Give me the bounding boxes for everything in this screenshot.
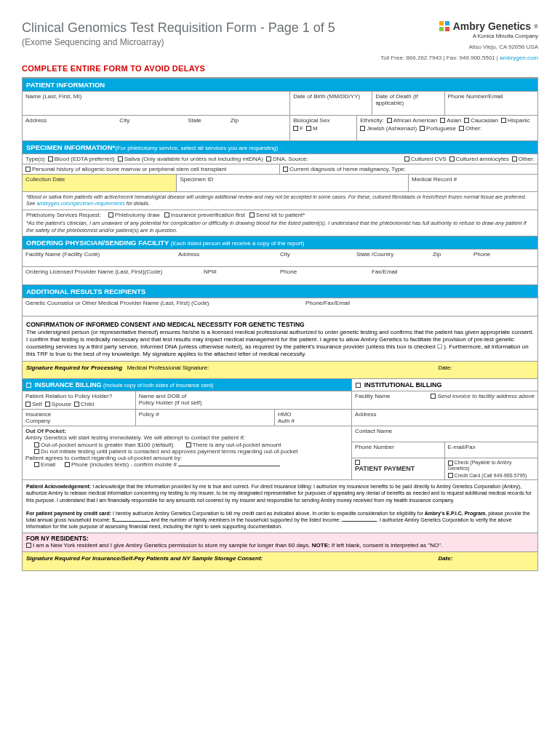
specimen-fineprint: *Blood or saliva from patients with acti… bbox=[23, 191, 537, 210]
checkbox-oop-c[interactable] bbox=[34, 449, 39, 454]
checkbox-history[interactable] bbox=[25, 167, 31, 172]
label-name: Name (Last, First, MI) bbox=[25, 93, 287, 100]
label-provider-phone: Phone bbox=[280, 268, 372, 275]
consent-block: CONFIRMATION OF INFORMED CONSENT AND MED… bbox=[23, 316, 537, 361]
company-contact: Toll Free: 866.262.7943 | Fax: 949.900.5… bbox=[380, 55, 538, 61]
sig-required-label: Signature Required for Processing bbox=[26, 364, 122, 371]
opt-rel-1: Spouse bbox=[52, 401, 71, 407]
checkbox-cvs[interactable] bbox=[404, 156, 409, 162]
section-ordering: ORDERING PHYSICIAN/SENDING FACILITY (Eac… bbox=[23, 236, 537, 249]
checkbox-eth-2[interactable] bbox=[464, 118, 469, 123]
requisition-form: PATIENT INFORMATION Name (Last, First, M… bbox=[22, 77, 538, 571]
institutional-billing-title: INSTITUTIONAL BILLING bbox=[364, 381, 442, 389]
label-facility-zip: Zip bbox=[433, 251, 473, 258]
label-oop-intro: Ambry Genetics will start testing immedi… bbox=[25, 434, 348, 441]
checkbox-oop-email[interactable] bbox=[34, 462, 39, 467]
label-specimen-id: Specimen ID bbox=[180, 176, 405, 183]
label-facility-addr: Address bbox=[178, 251, 280, 258]
checkbox-heme[interactable] bbox=[283, 167, 288, 172]
opt-eth-4: Jewish (Ashkenazi) bbox=[367, 125, 417, 132]
label-bill-address: Address bbox=[355, 411, 535, 418]
label-zip: Zip bbox=[231, 117, 239, 124]
label-mrn: Medical Record # bbox=[412, 176, 535, 183]
checkbox-amnio[interactable] bbox=[449, 156, 455, 162]
label-city: City bbox=[119, 117, 129, 124]
checkbox-other[interactable] bbox=[512, 156, 517, 162]
section-patient-info: PATIENT INFORMATION bbox=[23, 78, 537, 91]
consent-body: The undersigned person (or representativ… bbox=[26, 329, 534, 358]
section-additional: ADDITIONAL RESULTS RECIPIENTS bbox=[23, 284, 537, 298]
checkbox-send-invoice[interactable] bbox=[431, 394, 436, 399]
checkbox-eth-1[interactable] bbox=[440, 118, 445, 123]
label-npi: NPI# bbox=[204, 268, 280, 275]
sig-medical-label: Medical Professional Signature: bbox=[127, 364, 209, 371]
checkbox-blood[interactable] bbox=[48, 156, 53, 162]
label-holder: Name and DOB of bbox=[139, 393, 348, 399]
company-site-link[interactable]: ambrygen.com bbox=[500, 55, 538, 61]
form-warning: COMPLETE ENTIRE FORM TO AVOID DELAYS bbox=[22, 64, 205, 73]
opt-send-invoice: Send invoice to facility address above bbox=[437, 393, 535, 399]
opt-eth-0: African American bbox=[393, 117, 437, 124]
checkbox-sex-f[interactable] bbox=[293, 126, 298, 131]
label-state: State bbox=[188, 117, 201, 124]
opt-check: Check (Payable to Ambry Genetics) bbox=[448, 460, 512, 471]
checkbox-phleb-1[interactable] bbox=[164, 212, 169, 218]
checkbox-dna[interactable] bbox=[266, 156, 271, 162]
opt-cvs: Cultured CVS bbox=[411, 156, 447, 162]
field-income[interactable] bbox=[115, 521, 150, 522]
field-family[interactable] bbox=[342, 521, 377, 522]
label-ethnicity: Ethnicity: bbox=[360, 117, 383, 124]
label-insurance-co2: Company bbox=[25, 418, 132, 424]
checkbox-eth-0[interactable] bbox=[387, 118, 392, 123]
label-relation: Patient Relation to Policy Holder? bbox=[25, 393, 132, 399]
checkbox-check[interactable] bbox=[448, 461, 453, 466]
checkbox-oop-a[interactable] bbox=[34, 442, 39, 447]
label-facility-name: Facility Name (Facility Code) bbox=[25, 251, 178, 258]
checkbox-eth-3[interactable] bbox=[501, 118, 506, 123]
checkbox-insurance-billing[interactable] bbox=[26, 383, 31, 388]
company-name: Ambry Genetics bbox=[453, 20, 531, 32]
checkbox-phleb-2[interactable] bbox=[249, 212, 255, 218]
opt-phleb-0: Phlebotomy draw bbox=[115, 212, 160, 218]
checkbox-patient-payment[interactable] bbox=[355, 460, 360, 465]
opt-oop-c: Do not initiate testing until patient is… bbox=[41, 448, 298, 455]
specimen-link[interactable]: ambrygen.com/specimen-requirements bbox=[36, 201, 124, 206]
label-sex-f: F bbox=[300, 125, 303, 132]
checkbox-ny[interactable] bbox=[26, 543, 31, 548]
opt-eth-5: Portuguese bbox=[426, 125, 456, 132]
registered-icon: ® bbox=[534, 23, 538, 30]
label-oop-title: Out Of Pocket: bbox=[25, 428, 348, 434]
label-insurance-co: Insurance bbox=[25, 411, 132, 418]
opt-saliva: Saliva (Only available for orders not in… bbox=[124, 156, 263, 162]
checkbox-oop-b[interactable] bbox=[186, 442, 191, 447]
checkbox-sex-m[interactable] bbox=[306, 126, 311, 131]
label-holder2: Policy Holder (if not self) bbox=[139, 399, 348, 406]
insurance-billing-title: INSURANCE BILLING bbox=[35, 381, 102, 389]
phlebotomy-block: Phlebotomy Services Request: Phlebotomy … bbox=[23, 210, 537, 236]
company-logo: Ambry Genetics® bbox=[380, 20, 538, 32]
label-address: Address bbox=[25, 117, 47, 124]
label-fax-email: Fax/Email bbox=[372, 268, 535, 275]
ny-title: FOR NY RESIDENTS: bbox=[26, 535, 534, 542]
label-contact-name: Contact Name bbox=[355, 428, 535, 434]
opt-eth-1: Asian bbox=[447, 117, 461, 124]
opt-phleb-1: Insurance preverification first bbox=[171, 212, 245, 218]
ny-residents-block: FOR NY RESIDENTS: I am a New York reside… bbox=[23, 533, 537, 551]
opt-history: Personal history of allogenic bone marro… bbox=[32, 166, 226, 172]
label-sex-m: M bbox=[313, 125, 318, 132]
checkbox-oop-phone[interactable] bbox=[65, 462, 70, 467]
checkbox-eth-5[interactable] bbox=[420, 126, 425, 131]
checkbox-phleb-0[interactable] bbox=[108, 212, 113, 218]
checkbox-cc[interactable] bbox=[448, 473, 453, 478]
checkbox-institutional-billing[interactable] bbox=[356, 383, 361, 388]
label-hmo: HMO bbox=[278, 411, 348, 418]
checkbox-eth-6[interactable] bbox=[459, 126, 464, 131]
checkbox-rel-2[interactable] bbox=[74, 402, 79, 407]
checkbox-eth-4[interactable] bbox=[360, 126, 365, 131]
checkbox-rel-0[interactable] bbox=[25, 402, 31, 407]
checkbox-rel-1[interactable] bbox=[45, 402, 50, 407]
label-provider-name: Ordering Licensed Provider Name (Last, F… bbox=[25, 268, 204, 275]
label-phone-email: Phone Number/Email bbox=[448, 93, 535, 100]
section-specimen-info: SPECIMEN INFORMATION*(For phlebotomy ser… bbox=[23, 140, 537, 154]
checkbox-saliva[interactable] bbox=[118, 156, 123, 162]
